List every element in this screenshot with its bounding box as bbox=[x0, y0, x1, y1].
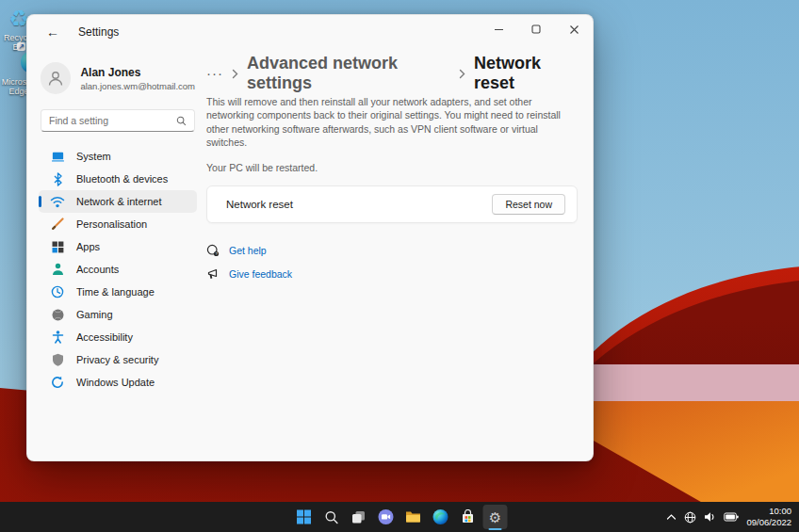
shield-icon bbox=[50, 352, 65, 367]
sidebar-item-personalisation[interactable]: Personalisation bbox=[39, 213, 197, 235]
sidebar-item-apps[interactable]: Apps bbox=[39, 235, 197, 258]
sidebar-item-accounts[interactable]: Accounts bbox=[39, 258, 197, 281]
feedback-megaphone-icon bbox=[206, 267, 220, 281]
chevron-right-icon bbox=[459, 69, 465, 79]
windows-start-icon bbox=[297, 509, 312, 524]
sidebar-item-time-language[interactable]: Time & language bbox=[39, 281, 197, 303]
search-icon bbox=[176, 116, 187, 126]
get-help-link[interactable]: ? Get help bbox=[206, 244, 578, 257]
breadcrumb-parent-link[interactable]: Advanced network settings bbox=[247, 54, 450, 93]
avatar bbox=[41, 62, 71, 94]
give-feedback-link[interactable]: Give feedback bbox=[206, 267, 578, 281]
reset-now-button[interactable]: Reset now bbox=[492, 194, 565, 215]
sidebar-item-accessibility[interactable]: Accessibility bbox=[39, 326, 197, 348]
clock-time: 10:00 bbox=[746, 506, 791, 517]
gear-icon: ⚙ bbox=[489, 510, 501, 524]
minimize-icon bbox=[494, 24, 504, 35]
titlebar: ← Settings bbox=[27, 15, 593, 49]
sidebar-item-privacy-security[interactable]: Privacy & security bbox=[39, 348, 197, 371]
sidebar-item-label: Bluetooth & devices bbox=[76, 173, 168, 185]
taskbar: ⚙ 10:00 bbox=[0, 502, 799, 532]
sidebar-item-system[interactable]: System bbox=[39, 145, 197, 168]
clock-globe-icon bbox=[50, 284, 65, 299]
sidebar-item-label: Time & language bbox=[76, 286, 155, 298]
search-box[interactable] bbox=[41, 109, 195, 132]
sidebar-item-label: Network & internet bbox=[76, 196, 161, 207]
sidebar-item-label: Privacy & security bbox=[76, 354, 158, 365]
settings-window: ← Settings bbox=[26, 14, 594, 461]
maximize-icon bbox=[531, 24, 541, 34]
edge-icon bbox=[432, 508, 449, 525]
teams-chat-icon bbox=[378, 508, 395, 525]
store-icon bbox=[461, 509, 476, 524]
back-arrow-icon: ← bbox=[46, 24, 59, 40]
tray-chevron-up-button[interactable] bbox=[666, 513, 677, 521]
sidebar-item-windows-update[interactable]: Windows Update bbox=[39, 371, 197, 394]
person-icon bbox=[50, 262, 65, 277]
card-label: Network reset bbox=[226, 199, 293, 210]
bluetooth-icon bbox=[50, 171, 65, 186]
edge-browser-button[interactable] bbox=[429, 505, 453, 529]
maximize-button[interactable] bbox=[517, 15, 555, 43]
link-label: Get help bbox=[229, 245, 267, 256]
sidebar-item-label: Windows Update bbox=[76, 377, 155, 388]
wifi-icon bbox=[50, 194, 65, 209]
accessibility-icon bbox=[50, 330, 65, 345]
profile-name: Alan Jones bbox=[80, 66, 195, 79]
active-app-indicator bbox=[489, 528, 502, 531]
battery-tray-button[interactable] bbox=[724, 512, 739, 522]
breadcrumb-overflow-button[interactable]: ··· bbox=[206, 69, 223, 78]
close-button[interactable] bbox=[555, 15, 593, 43]
apps-icon bbox=[50, 239, 65, 254]
profile-email: alan.jones.wm@hotmail.com bbox=[80, 81, 195, 91]
help-icon: ? bbox=[206, 244, 220, 257]
sidebar-item-label: Accounts bbox=[76, 264, 119, 275]
chevron-right-icon bbox=[232, 69, 238, 79]
sidebar-nav: System Bluetooth & devices Network & int… bbox=[39, 145, 197, 394]
network-tray-button[interactable] bbox=[684, 511, 696, 524]
volume-tray-button[interactable] bbox=[704, 511, 716, 523]
network-globe-icon bbox=[684, 511, 696, 524]
back-button[interactable]: ← bbox=[41, 21, 65, 43]
sidebar-item-label: Personalisation bbox=[76, 218, 147, 230]
breadcrumb: ··· Advanced network settings Network re… bbox=[206, 60, 578, 87]
clock-date: 09/06/2022 bbox=[746, 517, 791, 528]
start-button[interactable] bbox=[292, 505, 317, 529]
chat-button[interactable] bbox=[374, 505, 399, 529]
selected-accent-bar bbox=[39, 196, 41, 207]
search-icon bbox=[324, 510, 338, 524]
network-reset-card: Network reset Reset now bbox=[206, 185, 578, 223]
minimize-button[interactable] bbox=[480, 15, 517, 43]
window-title: Settings bbox=[78, 25, 119, 39]
sidebar-item-label: Apps bbox=[76, 241, 100, 252]
task-view-button[interactable] bbox=[347, 505, 371, 529]
settings-app-button[interactable]: ⚙ bbox=[483, 505, 508, 529]
microsoft-store-button[interactable] bbox=[456, 505, 481, 529]
page-title: Network reset bbox=[474, 54, 578, 93]
task-view-icon bbox=[351, 509, 367, 524]
close-icon bbox=[569, 24, 579, 35]
file-explorer-icon bbox=[405, 509, 422, 524]
battery-icon bbox=[724, 512, 739, 522]
taskbar-clock[interactable]: 10:00 09/06/2022 bbox=[746, 506, 791, 528]
system-icon bbox=[50, 149, 65, 164]
sidebar-item-label: Accessibility bbox=[76, 331, 133, 343]
sidebar-item-gaming[interactable]: Gaming bbox=[39, 303, 197, 326]
sidebar-item-label: Gaming bbox=[76, 309, 113, 320]
sidebar-item-network-internet[interactable]: Network & internet bbox=[39, 190, 197, 213]
restart-note: Your PC will be restarted. bbox=[206, 162, 578, 173]
person-silhouette-icon bbox=[46, 69, 65, 88]
taskbar-search-button[interactable] bbox=[319, 505, 344, 529]
search-input[interactable] bbox=[49, 115, 176, 126]
link-label: Give feedback bbox=[229, 268, 292, 280]
sidebar-item-bluetooth-devices[interactable]: Bluetooth & devices bbox=[39, 168, 197, 190]
shortcut-arrow-icon: ↗ bbox=[17, 42, 25, 51]
page-description: This will remove and then reinstall all … bbox=[206, 95, 578, 150]
file-explorer-button[interactable] bbox=[401, 505, 426, 529]
speaker-icon bbox=[704, 511, 716, 523]
sidebar-item-label: System bbox=[76, 151, 111, 162]
account-profile[interactable]: Alan Jones alan.jones.wm@hotmail.com bbox=[39, 55, 197, 102]
update-icon bbox=[50, 375, 65, 390]
xbox-icon bbox=[50, 307, 65, 322]
network-reset-page: ··· Advanced network settings Network re… bbox=[206, 49, 593, 460]
